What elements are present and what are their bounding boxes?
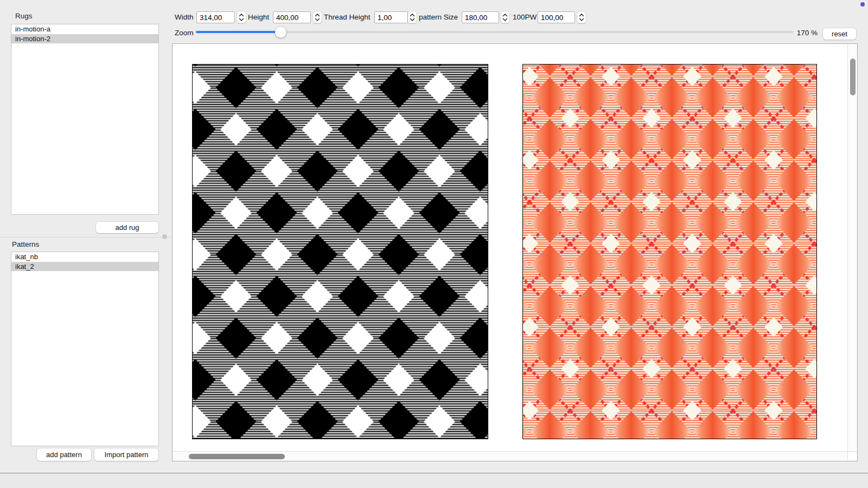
patterns-section-title: Patterns [12,240,39,248]
chevron-down-icon[interactable] [503,19,507,21]
chevron-up-icon[interactable] [503,14,507,16]
horizontal-scrollbar-track[interactable] [173,451,847,461]
thread-height-stepper[interactable] [408,11,417,23]
pattern-size-input[interactable] [462,11,499,23]
vertical-scrollbar-track[interactable] [847,44,857,451]
chevron-down-icon[interactable] [411,19,414,21]
add-rug-button[interactable]: add rug [96,222,158,233]
app-window: { "window": { "background": "#ececec", "… [0,0,868,488]
width-stepper[interactable] [237,11,246,23]
red-ikat-pattern [523,65,816,439]
rugs-list-item-selected[interactable]: in-motion-2 [11,34,158,44]
pw100-label: 100PW [513,13,537,21]
width-label: Width [175,13,194,21]
add-pattern-button[interactable]: add pattern [37,448,91,461]
width-input[interactable] [196,11,235,23]
chevron-down-icon[interactable] [316,19,320,21]
zoom-slider-knob[interactable] [275,27,286,38]
thread-height-input[interactable] [374,11,408,23]
zoom-label: Zoom [175,29,194,37]
splitter-handle-dot[interactable] [162,234,167,239]
patterns-list-item[interactable]: ikat_nb [11,252,158,262]
window-accent-dot [860,2,865,7]
pw100-stepper[interactable] [577,11,586,23]
import-pattern-button[interactable]: Import pattern [94,448,158,461]
zoom-percent-readout: 170 % [773,29,818,37]
pw100-input[interactable] [538,11,575,23]
chevron-up-icon[interactable] [240,14,244,16]
height-stepper[interactable] [313,11,322,23]
scrollbar-corner [847,451,857,461]
patterns-list[interactable]: ikat_nb ikat_2 [11,252,159,446]
pattern-size-stepper[interactable] [501,11,509,23]
rug-preview-black [192,64,488,439]
thread-height-label: Thread Height [324,13,371,21]
chevron-up-icon[interactable] [580,14,584,16]
rug-canvas-scroll-area[interactable] [172,43,858,461]
chevron-up-icon[interactable] [411,14,414,16]
reset-zoom-button[interactable]: reset [823,28,856,40]
sidebar-section-divider [0,237,172,237]
height-label: Height [248,13,269,21]
zoom-slider-fill [196,31,281,33]
patterns-list-item-selected[interactable]: ikat_2 [11,262,158,272]
chevron-down-icon[interactable] [240,19,244,21]
rugs-section-title: Rugs [15,12,33,20]
chevron-up-icon[interactable] [316,14,320,16]
black-ikat-pattern [193,65,488,439]
horizontal-scrollbar-thumb[interactable] [189,454,285,459]
chevron-down-icon[interactable] [580,19,584,21]
rug-preview-red [522,64,817,439]
vertical-scrollbar-thumb[interactable] [850,59,856,95]
bottom-status-strip [0,473,868,488]
rugs-list-item[interactable]: in-motion-a [11,24,158,34]
height-input[interactable] [273,11,311,23]
rugs-list[interactable]: in-motion-a in-motion-2 [11,24,159,215]
pattern-size-label: pattern Size [419,13,458,21]
